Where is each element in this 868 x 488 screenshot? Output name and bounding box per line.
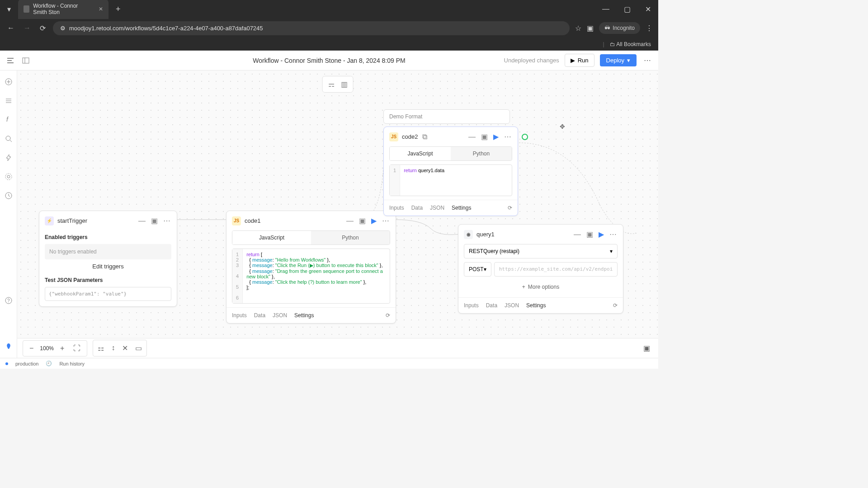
env-label[interactable]: production bbox=[15, 361, 38, 366]
close-tool-icon[interactable]: ✕ bbox=[119, 342, 131, 354]
code-content: return query1.data bbox=[400, 165, 512, 196]
minimize-icon[interactable]: — bbox=[599, 3, 613, 15]
site-settings-icon[interactable]: ⚙ bbox=[60, 25, 66, 32]
new-tab-button[interactable]: + bbox=[112, 3, 124, 16]
url-input[interactable]: ⚙ moodjoy1.retool.com/workflows/5d4c1ce7… bbox=[53, 21, 570, 35]
node-more-icon[interactable]: ⋯ bbox=[162, 216, 171, 226]
more-options-button[interactable]: + More options bbox=[458, 280, 623, 294]
node-label-input[interactable]: Demo Format bbox=[383, 109, 510, 124]
tab-python[interactable]: Python bbox=[451, 147, 512, 160]
maximize-icon[interactable]: ▢ bbox=[620, 3, 634, 15]
tab-javascript[interactable]: JavaScript bbox=[232, 231, 311, 244]
reload-icon[interactable]: ⟳ bbox=[38, 22, 47, 34]
close-window-icon[interactable]: ✕ bbox=[642, 3, 655, 15]
panel-icon[interactable]: ▣ bbox=[585, 229, 594, 239]
node-code2[interactable]: JS code2 ⧉ — ▣ ▶ ⋯ JavaScript Python 1 r… bbox=[383, 127, 518, 216]
deploy-button[interactable]: Deploy ▾ bbox=[600, 54, 637, 66]
browser-menu-icon[interactable]: ⋮ bbox=[646, 24, 653, 33]
footer-settings[interactable]: Settings bbox=[526, 302, 546, 309]
bookmark-star-icon[interactable]: ☆ bbox=[575, 24, 581, 33]
minimap-icon[interactable]: ▭ bbox=[132, 342, 145, 354]
incognito-badge[interactable]: 🕶 Incognito bbox=[599, 22, 640, 34]
node-more-icon[interactable]: ⋯ bbox=[503, 131, 512, 142]
side-panel-icon[interactable]: ▣ bbox=[587, 24, 594, 33]
bookmarks-bar: | 🗀 All Bookmarks bbox=[0, 38, 658, 51]
gear-icon[interactable] bbox=[5, 173, 13, 181]
add-block-icon[interactable] bbox=[5, 78, 13, 86]
run-history-button[interactable]: Run history bbox=[59, 361, 85, 366]
expand-vertical-icon[interactable]: ↕ bbox=[108, 342, 118, 354]
footer-settings[interactable]: Settings bbox=[294, 312, 314, 319]
arrange-icon[interactable]: ▥ bbox=[340, 79, 349, 89]
chevron-down-icon: ▾ bbox=[484, 266, 486, 272]
footer-data[interactable]: Data bbox=[486, 302, 497, 309]
all-bookmarks-button[interactable]: 🗀 All Bookmarks bbox=[610, 41, 651, 47]
code-editor[interactable]: 1 return query1.data bbox=[389, 164, 512, 196]
edit-triggers-button[interactable]: Edit triggers bbox=[45, 259, 171, 273]
incognito-icon: 🕶 bbox=[604, 25, 610, 31]
auto-layout-icon[interactable]: ⚎ bbox=[327, 79, 335, 89]
play-icon[interactable]: ▶ bbox=[370, 216, 377, 226]
panel-icon[interactable]: ▣ bbox=[358, 216, 367, 226]
rocket-icon[interactable] bbox=[5, 343, 13, 351]
play-icon[interactable]: ▶ bbox=[492, 131, 500, 142]
tab-python[interactable]: Python bbox=[311, 231, 390, 244]
copy-icon[interactable]: ⧉ bbox=[421, 132, 428, 142]
bolt-icon[interactable] bbox=[5, 154, 13, 162]
right-panel-toggle-icon[interactable]: ▣ bbox=[641, 342, 653, 354]
node-more-icon[interactable]: ⋯ bbox=[381, 216, 390, 226]
footer-json[interactable]: JSON bbox=[273, 312, 287, 319]
url-input[interactable]: https://example_site.com/api/v2/endpoi bbox=[494, 262, 618, 277]
collapse-icon[interactable]: — bbox=[345, 216, 354, 226]
list-icon[interactable] bbox=[5, 97, 13, 105]
forward-icon[interactable]: → bbox=[22, 22, 33, 34]
footer-data[interactable]: Data bbox=[254, 312, 265, 319]
line-numbers: 1 bbox=[390, 165, 400, 196]
resource-select[interactable]: RESTQuery (restapi) ▾ bbox=[464, 244, 618, 258]
tab-list-dropdown[interactable]: ▾ bbox=[4, 3, 14, 15]
history-icon[interactable] bbox=[5, 192, 13, 200]
close-tab-icon[interactable]: ✕ bbox=[99, 6, 103, 12]
node-start-trigger[interactable]: ⚡ startTrigger — ▣ ⋯ Enabled triggers No… bbox=[39, 211, 177, 307]
footer-json[interactable]: JSON bbox=[430, 205, 444, 211]
node-more-icon[interactable]: ⋯ bbox=[609, 229, 618, 239]
search-icon[interactable] bbox=[5, 135, 13, 143]
sequence-port-icon[interactable] bbox=[522, 134, 528, 140]
header-more-icon[interactable]: ⋯ bbox=[642, 54, 653, 66]
http-method-select[interactable]: POST ▾ bbox=[464, 262, 491, 277]
panel-icon[interactable]: ▣ bbox=[480, 131, 489, 142]
footer-inputs[interactable]: Inputs bbox=[389, 205, 404, 211]
code-editor[interactable]: 1 2 3 4 5 6 return [ { message: "Hello f… bbox=[232, 249, 390, 304]
footer-data[interactable]: Data bbox=[411, 205, 423, 211]
node-query1[interactable]: ◉ query1 — ▣ ▶ ⋯ RESTQuery (restapi) ▾ P… bbox=[458, 224, 623, 314]
play-icon[interactable]: ▶ bbox=[598, 229, 605, 239]
run-button[interactable]: ▶ Run bbox=[565, 54, 594, 67]
node-code1[interactable]: JS code1 — ▣ ▶ ⋯ JavaScript Python 1 2 3 bbox=[226, 211, 396, 324]
collapse-icon[interactable]: — bbox=[573, 230, 582, 239]
app-menu-icon[interactable] bbox=[5, 56, 15, 66]
footer-settings[interactable]: Settings bbox=[452, 205, 471, 211]
svg-rect-2 bbox=[7, 62, 14, 63]
active-tab[interactable]: Workflow - Connor Smith Ston ✕ bbox=[18, 0, 108, 19]
zoom-in-icon[interactable]: + bbox=[57, 343, 67, 354]
collapse-icon[interactable]: — bbox=[467, 132, 476, 142]
panel-icon[interactable]: ▣ bbox=[150, 216, 159, 226]
help-icon[interactable]: ? bbox=[5, 296, 13, 305]
footer-inputs[interactable]: Inputs bbox=[464, 302, 479, 309]
back-icon[interactable]: ← bbox=[5, 22, 16, 34]
zoom-out-icon[interactable]: − bbox=[27, 343, 36, 354]
function-icon[interactable]: f bbox=[5, 116, 13, 124]
node-footer-tabs: Inputs Data JSON Settings ⟳ bbox=[226, 307, 396, 323]
footer-json[interactable]: JSON bbox=[505, 302, 519, 309]
fit-screen-icon[interactable]: ⛶ bbox=[71, 343, 83, 354]
panel-toggle-icon[interactable] bbox=[21, 56, 31, 66]
refresh-icon[interactable]: ⟳ bbox=[508, 205, 512, 211]
tab-javascript[interactable]: JavaScript bbox=[390, 147, 451, 160]
refresh-icon[interactable]: ⟳ bbox=[613, 302, 618, 309]
collapse-icon[interactable]: — bbox=[137, 216, 146, 226]
footer-inputs[interactable]: Inputs bbox=[232, 312, 247, 319]
refresh-icon[interactable]: ⟳ bbox=[386, 312, 390, 319]
layout-icon[interactable]: ⚏ bbox=[95, 342, 107, 354]
workflow-canvas[interactable]: ⚎ ▥ Demo Format ⚡ startTrigger — ▣ ⋯ bbox=[17, 70, 658, 338]
json-params-input[interactable]: {"webhookParam1": "value"} bbox=[45, 287, 171, 301]
